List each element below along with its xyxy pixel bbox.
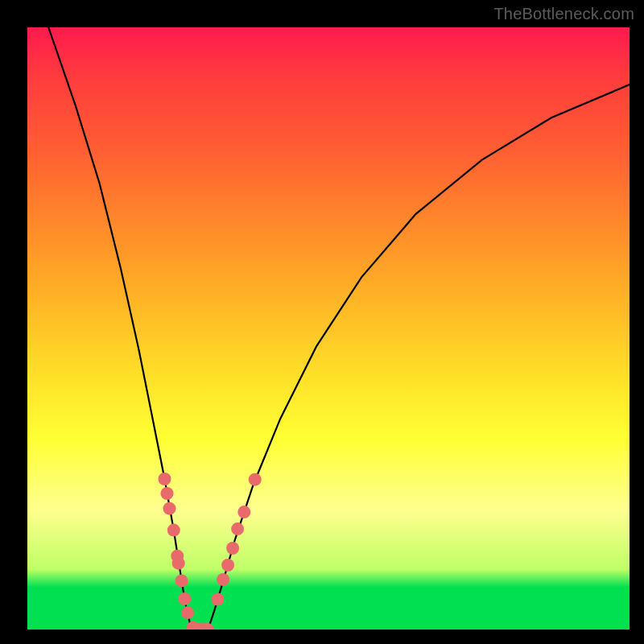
data-marker [181,606,194,619]
data-marker [159,473,171,485]
data-marker [221,559,234,572]
data-marker [231,522,244,535]
chart-frame: TheBottleneck.com [0,0,644,644]
curve-right-branch [208,85,630,630]
data-marker [249,473,262,486]
watermark-text: TheBottleneck.com [493,5,634,23]
plot-area [27,27,630,630]
data-marker [217,573,229,586]
data-marker [167,524,180,537]
data-marker [175,574,188,587]
data-marker [163,502,176,515]
data-marker [226,542,239,555]
data-marker [178,592,191,605]
data-marker [161,487,174,500]
data-marker [211,593,224,606]
curve-left-branch [48,27,195,630]
data-marker [172,557,185,570]
data-marker [237,506,250,518]
curve-layer [27,27,630,630]
